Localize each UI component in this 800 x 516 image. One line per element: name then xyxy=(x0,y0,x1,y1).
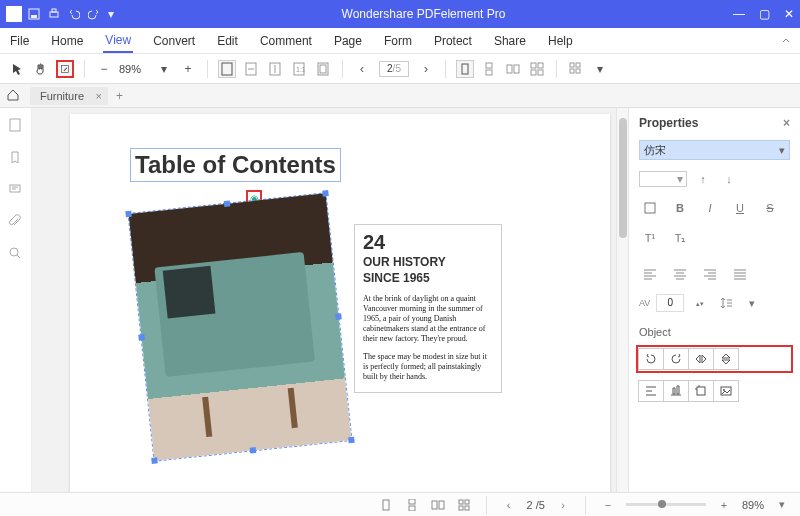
thumbnails-panel-icon[interactable] xyxy=(8,118,24,134)
menu-protect[interactable]: Protect xyxy=(432,30,474,52)
align-center-icon[interactable] xyxy=(669,264,691,284)
document-canvas[interactable]: Table of Contents ◉ 24 OUR HISTORY SINCE… xyxy=(32,108,616,492)
replace-image-icon[interactable] xyxy=(713,380,739,402)
undo-icon[interactable] xyxy=(68,8,80,20)
svg-rect-1 xyxy=(31,15,37,18)
align-objects-icon[interactable] xyxy=(638,380,664,402)
close-button[interactable]: ✕ xyxy=(784,7,794,21)
strikethrough-icon[interactable]: S xyxy=(759,198,781,218)
decrease-font-icon[interactable]: ↓ xyxy=(719,170,739,188)
status-single-page-icon[interactable] xyxy=(378,498,394,512)
fit-height-icon[interactable] xyxy=(266,60,284,78)
status-grid-icon[interactable] xyxy=(456,498,472,512)
status-zoom-in-button[interactable]: + xyxy=(716,498,732,512)
pointer-tool-icon[interactable] xyxy=(8,60,26,78)
pdf-page: Table of Contents ◉ 24 OUR HISTORY SINCE… xyxy=(70,114,610,492)
single-page-icon[interactable] xyxy=(456,60,474,78)
menu-home[interactable]: Home xyxy=(49,30,85,52)
status-continuous-icon[interactable] xyxy=(404,498,420,512)
zoom-slider[interactable] xyxy=(626,503,706,506)
status-bar: ‹ 2 /5 › − + 89% ▾ xyxy=(0,492,800,516)
zoom-dropdown-icon[interactable]: ▾ xyxy=(155,60,173,78)
increase-font-icon[interactable]: ↑ xyxy=(693,170,713,188)
thumbnail-view-icon[interactable] xyxy=(567,60,585,78)
status-next-page-button[interactable]: › xyxy=(555,498,571,512)
line-spacing-dropdown-icon[interactable]: ▾ xyxy=(742,294,762,312)
home-tab-icon[interactable] xyxy=(6,88,22,104)
properties-panel: Properties × 仿宋▾ ▾ ↑ ↓ B I U S T¹ T₁ xyxy=(628,108,800,492)
actual-size-icon[interactable]: 1:1 xyxy=(290,60,308,78)
bookmarks-panel-icon[interactable] xyxy=(8,150,24,166)
hand-tool-icon[interactable] xyxy=(32,60,50,78)
two-page-icon[interactable] xyxy=(504,60,522,78)
fit-visible-icon[interactable] xyxy=(314,60,332,78)
status-zoom-dropdown-icon[interactable]: ▾ xyxy=(774,498,790,512)
italic-icon[interactable]: I xyxy=(699,198,721,218)
menu-edit[interactable]: Edit xyxy=(215,30,240,52)
status-two-page-icon[interactable] xyxy=(430,498,446,512)
maximize-button[interactable]: ▢ xyxy=(759,7,770,21)
line-spacing-icon[interactable] xyxy=(716,294,736,312)
font-color-icon[interactable] xyxy=(639,198,661,218)
continuous-page-icon[interactable] xyxy=(480,60,498,78)
collapse-ribbon-icon[interactable] xyxy=(780,35,792,47)
distribute-objects-icon[interactable] xyxy=(663,380,689,402)
minimize-button[interactable]: — xyxy=(733,7,745,21)
menu-share[interactable]: Share xyxy=(492,30,528,52)
prev-page-button[interactable]: ‹ xyxy=(353,60,371,78)
toc-heading[interactable]: Table of Contents xyxy=(130,148,341,182)
close-tab-icon[interactable]: × xyxy=(96,90,102,102)
page-number-field[interactable]: 2/5 xyxy=(379,61,409,77)
align-justify-icon[interactable] xyxy=(729,264,751,284)
flip-horizontal-icon[interactable] xyxy=(688,348,714,370)
close-panel-icon[interactable]: × xyxy=(783,116,790,130)
app-title: Wondershare PDFelement Pro xyxy=(114,7,733,21)
align-right-icon[interactable] xyxy=(699,264,721,284)
menu-comment[interactable]: Comment xyxy=(258,30,314,52)
zoom-in-button[interactable]: + xyxy=(179,60,197,78)
menu-file[interactable]: File xyxy=(8,30,31,52)
fit-page-icon[interactable] xyxy=(218,60,236,78)
search-panel-icon[interactable] xyxy=(8,246,24,262)
comments-panel-icon[interactable] xyxy=(8,182,24,198)
fit-width-icon[interactable] xyxy=(242,60,260,78)
font-size-select[interactable]: ▾ xyxy=(639,171,687,187)
vertical-scrollbar[interactable] xyxy=(616,108,628,492)
attachments-panel-icon[interactable] xyxy=(8,214,24,230)
font-family-select[interactable]: 仿宋▾ xyxy=(639,140,790,160)
status-prev-page-button[interactable]: ‹ xyxy=(501,498,517,512)
save-icon[interactable] xyxy=(28,8,40,20)
rotate-left-icon[interactable] xyxy=(638,348,664,370)
scrollbar-thumb[interactable] xyxy=(619,118,627,238)
article-text-block[interactable]: 24 OUR HISTORY SINCE 1965 At the brink o… xyxy=(354,224,502,393)
next-page-button[interactable]: › xyxy=(417,60,435,78)
thumbnail-dropdown-icon[interactable]: ▾ xyxy=(591,60,609,78)
print-icon[interactable] xyxy=(48,8,60,20)
menu-help[interactable]: Help xyxy=(546,30,575,52)
menu-convert[interactable]: Convert xyxy=(151,30,197,52)
superscript-icon[interactable]: T¹ xyxy=(639,228,661,248)
edit-object-tool-icon[interactable] xyxy=(56,60,74,78)
underline-icon[interactable]: U xyxy=(729,198,751,218)
zoom-slider-knob[interactable] xyxy=(658,500,666,508)
menu-view[interactable]: View xyxy=(103,29,133,53)
redo-icon[interactable] xyxy=(88,8,100,20)
two-page-continuous-icon[interactable] xyxy=(528,60,546,78)
subscript-icon[interactable]: T₁ xyxy=(669,228,691,248)
status-zoom-out-button[interactable]: − xyxy=(600,498,616,512)
svg-rect-28 xyxy=(645,203,655,213)
crop-icon[interactable] xyxy=(688,380,714,402)
bold-icon[interactable]: B xyxy=(669,198,691,218)
new-tab-button[interactable]: + xyxy=(116,89,123,103)
rotate-right-icon[interactable] xyxy=(663,348,689,370)
char-spacing-field[interactable]: 0 xyxy=(656,294,684,312)
menu-form[interactable]: Form xyxy=(382,30,414,52)
spacing-stepper-icon[interactable]: ▴▾ xyxy=(690,294,710,312)
zoom-out-button[interactable]: − xyxy=(95,60,113,78)
menu-page[interactable]: Page xyxy=(332,30,364,52)
flip-vertical-icon[interactable] xyxy=(713,348,739,370)
document-tab[interactable]: Furniture × xyxy=(30,87,108,105)
svg-rect-17 xyxy=(531,63,536,68)
align-left-icon[interactable] xyxy=(639,264,661,284)
selected-image[interactable] xyxy=(127,192,352,462)
